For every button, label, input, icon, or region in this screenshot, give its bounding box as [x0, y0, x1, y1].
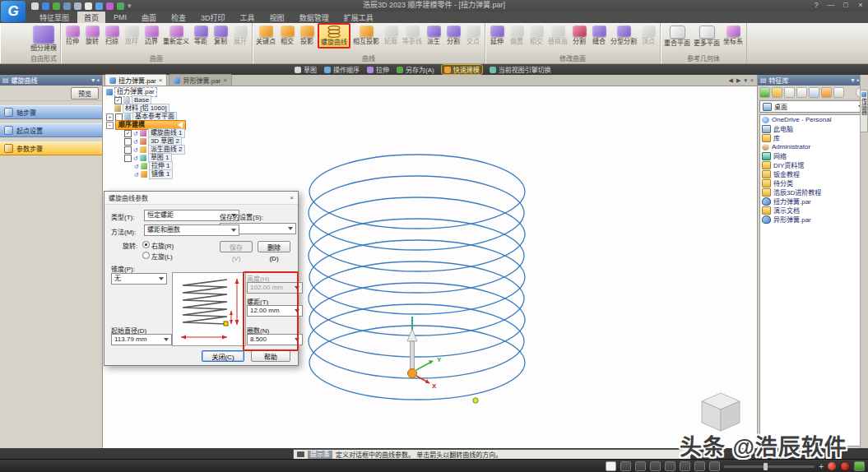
tab-home[interactable]: 首页	[77, 12, 105, 24]
document-icon[interactable]	[809, 87, 819, 98]
cut-icon[interactable]	[784, 87, 795, 98]
step-parameters[interactable]: 参数步骤	[0, 141, 102, 155]
split-face-button[interactable]: 分割	[570, 24, 588, 45]
method-combo[interactable]: 螺距和圈数	[144, 224, 239, 236]
minimize-button[interactable]: —	[826, 1, 836, 9]
zoom-area-icon[interactable]	[635, 461, 646, 471]
start-diameter-combo[interactable]: 113.79 mm	[111, 334, 172, 345]
list-item[interactable]: DIY资料馆	[760, 160, 860, 169]
close-button[interactable]: ×	[856, 1, 866, 9]
tab-pmi[interactable]: PMI	[107, 12, 133, 22]
cmd-extrude[interactable]: 拉伸	[367, 65, 389, 74]
extrude-surface-button[interactable]: 拉伸	[63, 24, 81, 45]
close-tab-icon[interactable]: ×	[223, 76, 227, 84]
help-button[interactable]: ?	[811, 1, 821, 9]
coincident-plane-button[interactable]: 重合平面	[663, 24, 691, 47]
list-item[interactable]: 扭力弹簧.par	[760, 197, 860, 206]
app-logo[interactable]: G	[1, 1, 26, 22]
pan-icon[interactable]	[680, 461, 690, 471]
checkbox-checked[interactable]: ✓	[114, 97, 122, 104]
maximize-button[interactable]: □	[841, 1, 851, 9]
select-tool-icon[interactable]	[620, 461, 631, 471]
tab-feature-sketch[interactable]: 特征草图	[33, 12, 76, 24]
sweep-surface-button[interactable]: 扫掠	[103, 24, 121, 45]
revolve-surface-button[interactable]: 旋转	[83, 24, 101, 45]
tab-scroll-left-icon[interactable]: ◀	[729, 77, 733, 84]
user-status-icon[interactable]	[854, 461, 865, 471]
doc-tab-torsion-spring[interactable]: 扭力弹簧.par ×	[104, 74, 167, 86]
tab-inspect[interactable]: 检查	[165, 12, 193, 24]
radio-left-hand[interactable]	[142, 252, 150, 259]
coordinate-system-button[interactable]: 坐标系	[722, 24, 744, 45]
taper-combo[interactable]: 无	[111, 273, 167, 285]
preview-button[interactable]: 预览	[71, 87, 99, 99]
tab-surface[interactable]: 曲面	[135, 12, 163, 24]
offset-surface-button[interactable]: 等距	[192, 24, 210, 45]
tab-scroll-right-icon[interactable]: ▶	[736, 77, 740, 84]
cmd-quick-modeling[interactable]: 快速建模	[442, 65, 482, 74]
tab-extended-tools[interactable]: 扩展工具	[337, 12, 380, 24]
list-item[interactable]: 此电脑	[760, 124, 860, 133]
list-item[interactable]: 异形弹簧.par	[760, 215, 860, 224]
sensors-tab[interactable]: 传感器	[861, 90, 868, 132]
project-curve-button[interactable]: 投影	[298, 24, 316, 45]
library-dropdown-icon[interactable]: ▾	[851, 77, 854, 84]
more-planes-button[interactable]: 更多平面	[693, 24, 721, 47]
new-folder-icon[interactable]	[772, 87, 782, 98]
parting-split-button[interactable]: 分型分割	[610, 24, 638, 45]
fit-view-icon[interactable]	[665, 461, 675, 471]
checkbox-unchecked[interactable]	[124, 146, 132, 154]
split-curve-button[interactable]: 分割	[444, 24, 462, 45]
radio-right-hand[interactable]	[142, 241, 150, 248]
tab-view[interactable]: 视图	[263, 12, 291, 24]
tree-feature-mirror[interactable]: ↺ 镜像 1	[134, 170, 186, 178]
step-axis[interactable]: 轴步骤	[0, 105, 102, 119]
help-dialog-button[interactable]: 帮助	[251, 350, 290, 362]
dialog-title-bar[interactable]: 螺旋曲线参数 ×	[104, 192, 298, 205]
view-style-icon[interactable]	[709, 461, 720, 471]
subdivision-modeling-button[interactable]: 细分建模	[30, 24, 58, 52]
boundary-surface-button[interactable]: 边界	[142, 24, 160, 45]
close-tab-icon[interactable]: ×	[159, 76, 163, 84]
zoom-in-icon[interactable]: +	[819, 462, 824, 471]
intersection-curve-button[interactable]: 相交	[278, 24, 296, 45]
cross-project-button[interactable]: 相互投影	[352, 24, 380, 45]
tab-close-icon[interactable]: ×	[750, 77, 754, 84]
checkbox-unchecked[interactable]	[124, 138, 132, 146]
delete-settings-button[interactable]: 删除(D)	[258, 241, 290, 252]
tab-data-management[interactable]: 数据管理	[293, 12, 336, 24]
cmd-engine-switch[interactable]: 当前视图引擎切换	[490, 65, 551, 74]
redefine-button[interactable]: 重新定义	[162, 24, 190, 45]
tab-list-icon[interactable]: ▾	[744, 77, 747, 84]
collapse-icon[interactable]: −	[106, 122, 114, 129]
list-item[interactable]: OneDrive - Personal	[760, 115, 860, 124]
tab-tools[interactable]: 工具	[234, 12, 262, 24]
copy-surface-button[interactable]: 复制	[211, 24, 230, 45]
add-icon[interactable]	[759, 87, 770, 98]
list-item[interactable]: 库	[760, 133, 860, 142]
view-grid-icon[interactable]	[833, 87, 844, 98]
list-item[interactable]: 待分类	[760, 178, 860, 187]
helix-curve-button[interactable]: 螺旋曲线	[318, 23, 350, 49]
tab-3dprint[interactable]: 3D打印	[194, 12, 232, 24]
close-dialog-button[interactable]: 关闭(C)	[202, 350, 244, 362]
derived-curve-button[interactable]: 派生	[425, 24, 443, 45]
list-item[interactable]: 演示文档	[760, 206, 860, 215]
stitch-button[interactable]: 缝合	[590, 24, 608, 45]
record-icon[interactable]	[828, 462, 836, 470]
library-location-combo[interactable]: 桌面	[759, 100, 866, 113]
panel-dropdown-icon[interactable]: ▾	[91, 77, 95, 84]
zoom-slider-handle[interactable]	[764, 463, 768, 470]
step-start-point[interactable]: 起点设置	[0, 123, 102, 137]
list-item[interactable]: 浩辰3D进阶教程	[760, 187, 860, 197]
list-item[interactable]: Administrator	[760, 142, 860, 151]
turns-combo[interactable]: 8.500	[247, 334, 303, 345]
cmd-sketch[interactable]: 草图	[295, 65, 317, 74]
keypoint-curve-button[interactable]: 关键点	[255, 24, 276, 45]
extend-button[interactable]: 延伸	[488, 24, 506, 45]
helix-parameters-dialog[interactable]: 螺旋曲线参数 × 类型(T): 恒定螺距 保存的设置(S): 方法(M): 螺距…	[104, 191, 299, 366]
checkbox-checked[interactable]: ✓	[124, 130, 132, 137]
list-item[interactable]: 网络	[760, 151, 860, 160]
pitch-combo[interactable]: 12.00 mm	[247, 305, 303, 317]
list-item[interactable]: 钣金教程	[760, 169, 860, 178]
